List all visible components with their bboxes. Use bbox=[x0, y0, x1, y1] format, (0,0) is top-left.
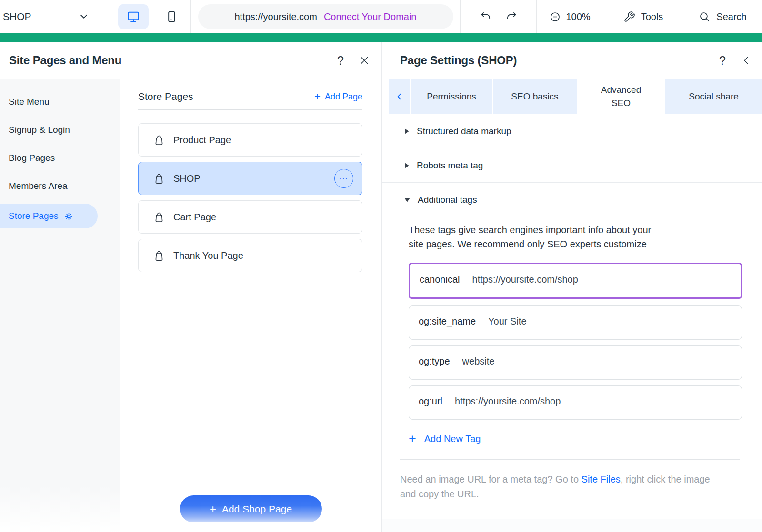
sidebar-item-label: Members Area bbox=[9, 181, 68, 191]
add-page-link[interactable]: + Add Page bbox=[314, 91, 362, 102]
tag-field-og-url[interactable]: og:url https://yoursite.com/shop bbox=[409, 385, 742, 420]
page-item-cart-page[interactable]: Cart Page bbox=[138, 200, 362, 234]
page-selector-label: SHOP bbox=[3, 11, 31, 22]
page-settings-panel: Page Settings (SHOP) ? Permissions SEO b… bbox=[381, 42, 762, 532]
page-item-product-page[interactable]: Product Page bbox=[138, 123, 362, 157]
chevron-down-icon bbox=[79, 11, 89, 22]
redo-button[interactable] bbox=[505, 10, 518, 23]
sidebar-item-blog-pages[interactable]: Blog Pages bbox=[0, 148, 120, 168]
page-item-shop[interactable]: SHOP ··· bbox=[138, 162, 362, 195]
tab-advanced-seo[interactable]: Advanced SEO bbox=[578, 79, 665, 114]
sidebar-item-site-menu[interactable]: Site Menu bbox=[0, 91, 120, 112]
tools-label: Tools bbox=[641, 11, 663, 22]
tools-button[interactable]: Tools bbox=[603, 0, 683, 33]
tab-label: SEO basics bbox=[511, 90, 558, 103]
add-new-tag-label: Add New Tag bbox=[424, 433, 481, 444]
shopping-bag-icon bbox=[153, 172, 165, 185]
footer-divider bbox=[120, 488, 381, 488]
triangle-down-icon bbox=[404, 197, 411, 203]
tag-value: https://yoursite.com/shop bbox=[472, 274, 578, 297]
tag-value: website bbox=[462, 356, 495, 379]
connect-domain-link[interactable]: Connect Your Domain bbox=[324, 11, 417, 22]
zoom-out-icon bbox=[549, 11, 561, 23]
plus-icon: + bbox=[314, 91, 321, 102]
page-item-label: Cart Page bbox=[173, 212, 216, 223]
additional-tags-description: These tags give search engines important… bbox=[409, 223, 762, 251]
add-shop-page-button[interactable]: + Add Shop Page bbox=[180, 495, 322, 522]
page-item-label: Thank You Page bbox=[173, 250, 243, 261]
accordion-robots-meta-tag[interactable]: Robots meta tag bbox=[382, 148, 762, 183]
accordion-label: Robots meta tag bbox=[417, 160, 483, 171]
tag-value: https://yoursite.com/shop bbox=[455, 396, 561, 419]
site-url: https://yoursite.com bbox=[235, 11, 317, 22]
tag-name: og:site_name bbox=[419, 316, 476, 339]
accordion-additional-tags[interactable]: Additional tags bbox=[382, 183, 762, 217]
shopping-bag-icon bbox=[153, 249, 165, 262]
search-label: Search bbox=[716, 11, 746, 22]
zoom-control[interactable]: 100% bbox=[537, 0, 603, 33]
gear-icon[interactable] bbox=[64, 211, 74, 221]
left-panel-title: Site Pages and Menu bbox=[9, 54, 121, 67]
settings-tab-bar: Permissions SEO basics Advanced SEO Soci… bbox=[389, 79, 762, 114]
page-item-label: Product Page bbox=[173, 135, 231, 146]
page-item-thank-you-page[interactable]: Thank You Page bbox=[138, 239, 362, 272]
history-controls bbox=[461, 0, 537, 33]
page-options-button[interactable]: ··· bbox=[334, 169, 353, 188]
sidebar-item-members-area[interactable]: Members Area bbox=[0, 176, 120, 197]
description-line: These tags give search engines important… bbox=[409, 223, 762, 237]
sidebar-item-label: Signup & Login bbox=[9, 125, 70, 135]
site-url-bar[interactable]: https://yoursite.com Connect Your Domain bbox=[198, 4, 453, 29]
mobile-view-button[interactable] bbox=[156, 4, 187, 29]
plus-icon: + bbox=[210, 503, 216, 515]
sidebar-item-label: Site Menu bbox=[9, 97, 50, 107]
store-pages-title: Store Pages bbox=[138, 91, 193, 102]
device-toggle bbox=[114, 0, 191, 33]
undo-button[interactable] bbox=[480, 10, 492, 23]
search-button[interactable]: Search bbox=[683, 0, 762, 33]
sidebar-item-label: Store Pages bbox=[9, 211, 59, 221]
tab-seo-basics[interactable]: SEO basics bbox=[493, 79, 578, 114]
left-panel-header: Site Pages and Menu ? bbox=[0, 42, 381, 79]
store-pages-divider bbox=[138, 109, 362, 110]
tabs-scroll-left-button[interactable] bbox=[389, 79, 411, 114]
store-pages-content: Store Pages + Add Page Product Page bbox=[120, 79, 381, 532]
footer-text: Need an image URL for a meta tag? Go to bbox=[400, 474, 582, 484]
sidebar-item-label: Blog Pages bbox=[9, 153, 55, 163]
page-item-label: SHOP bbox=[173, 173, 201, 184]
tab-social-share[interactable]: Social share bbox=[665, 79, 762, 114]
tab-label: Permissions bbox=[427, 90, 476, 103]
tag-field-og-site-name[interactable]: og:site_name Your Site bbox=[409, 305, 742, 340]
add-shop-page-label: Add Shop Page bbox=[222, 503, 292, 515]
right-panel-header: Page Settings (SHOP) ? bbox=[382, 42, 762, 79]
close-icon[interactable] bbox=[359, 55, 370, 66]
tag-name: og:type bbox=[419, 356, 450, 379]
tab-label: Advanced SEO bbox=[597, 83, 645, 109]
triangle-right-icon bbox=[404, 162, 410, 169]
collapse-panel-icon[interactable] bbox=[741, 55, 752, 66]
tab-permissions[interactable]: Permissions bbox=[411, 79, 493, 114]
sidebar-item-signup-login[interactable]: Signup & Login bbox=[0, 119, 120, 140]
shopping-bag-icon bbox=[153, 211, 165, 223]
add-new-tag-button[interactable]: + Add New Tag bbox=[409, 433, 481, 445]
footer-divider bbox=[400, 459, 740, 460]
site-pages-panel: Site Pages and Menu ? Site Menu Signup &… bbox=[0, 42, 381, 532]
accordion-structured-data-markup[interactable]: Structured data markup bbox=[382, 114, 762, 148]
pages-sidebar: Site Menu Signup & Login Blog Pages Memb… bbox=[0, 79, 120, 532]
tag-field-canonical[interactable]: canonical https://yoursite.com/shop bbox=[409, 263, 742, 299]
help-icon[interactable]: ? bbox=[719, 54, 726, 68]
page-selector-dropdown[interactable]: SHOP bbox=[0, 0, 114, 33]
help-icon[interactable]: ? bbox=[337, 54, 344, 68]
add-page-label: Add Page bbox=[325, 92, 362, 102]
store-pages-list: Product Page SHOP ··· Cart Page bbox=[138, 123, 362, 272]
accordion-label: Additional tags bbox=[418, 195, 477, 205]
sidebar-item-store-pages[interactable]: Store Pages bbox=[0, 204, 98, 228]
site-files-link[interactable]: Site Files bbox=[582, 474, 621, 484]
description-line: site pages. We recommend only SEO expert… bbox=[409, 237, 762, 251]
editor-accent-bar bbox=[0, 33, 762, 42]
desktop-view-button[interactable] bbox=[118, 4, 149, 29]
accordion-label: Structured data markup bbox=[417, 126, 511, 137]
url-bar-section: https://yoursite.com Connect Your Domain bbox=[191, 0, 461, 33]
tag-name: canonical bbox=[420, 274, 460, 297]
meta-tag-help-text: Need an image URL for a meta tag? Go to … bbox=[400, 472, 714, 502]
tag-field-og-type[interactable]: og:type website bbox=[409, 345, 742, 380]
